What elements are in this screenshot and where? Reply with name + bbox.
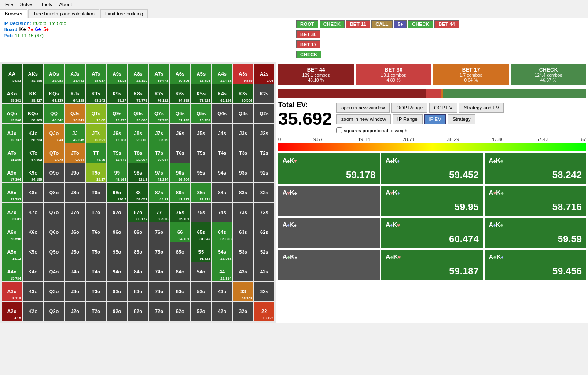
hand-card[interactable]: A♠K♣58.242 bbox=[485, 153, 586, 184]
path-btn-check2[interactable]: CHECK bbox=[408, 20, 433, 28]
grid-cell[interactable]: J6o bbox=[65, 222, 85, 242]
grid-cell[interactable]: J9s18.183 bbox=[107, 124, 127, 143]
grid-cell[interactable]: AKs85.596 bbox=[23, 64, 43, 84]
grid-cell[interactable]: K5o bbox=[23, 242, 43, 262]
path-btn-root[interactable]: ROOT bbox=[296, 20, 318, 28]
grid-cell[interactable]: 93s bbox=[233, 163, 253, 182]
grid-cell[interactable]: 84o bbox=[128, 262, 148, 281]
grid-cell[interactable]: A3o8.119 bbox=[2, 282, 22, 301]
grid-cell[interactable]: T8o bbox=[86, 183, 106, 202]
grid-cell[interactable]: K4o bbox=[23, 262, 43, 281]
grid-cell[interactable]: 96o bbox=[107, 222, 127, 242]
path-btn-bet44[interactable]: BET 44 bbox=[434, 20, 459, 28]
grid-cell[interactable]: T9s19.971 bbox=[107, 143, 127, 163]
grid-cell[interactable]: A7s39.473 bbox=[149, 64, 169, 84]
path-btn-check3[interactable]: CHECK bbox=[296, 51, 321, 58]
grid-cell[interactable]: T6s bbox=[170, 143, 190, 163]
hand-card[interactable]: A♥K♣58.716 bbox=[485, 186, 586, 216]
grid-cell[interactable]: Q3o bbox=[44, 282, 64, 301]
btn-ip-ev[interactable]: IP EV bbox=[424, 114, 446, 124]
grid-cell[interactable]: J5s bbox=[191, 124, 211, 143]
grid-cell[interactable]: 73s bbox=[233, 203, 253, 222]
grid-cell[interactable]: J8s26.806 bbox=[128, 124, 148, 143]
grid-cell[interactable]: 53o bbox=[191, 282, 211, 301]
grid-cell[interactable]: J3s bbox=[233, 124, 253, 143]
grid-cell[interactable]: Q5s18.155 bbox=[191, 104, 211, 123]
grid-cell[interactable]: K4s62.196 bbox=[212, 84, 232, 103]
grid-cell[interactable]: 74s bbox=[212, 203, 232, 222]
grid-cell[interactable]: 86o bbox=[128, 222, 148, 242]
grid-cell[interactable]: 97s41.244 bbox=[149, 163, 169, 182]
grid-cell[interactable]: 92o bbox=[107, 302, 127, 321]
grid-cell[interactable]: T4s bbox=[212, 143, 232, 163]
grid-cell[interactable]: 85s32.311 bbox=[191, 183, 211, 202]
grid-cell[interactable]: KQo58.383 bbox=[23, 104, 43, 123]
hand-card[interactable]: A♠K♥59.178 bbox=[278, 153, 380, 184]
hand-card[interactable]: A♦K♣59.59 bbox=[485, 218, 586, 248]
hand-card[interactable]: A♥K♠ bbox=[278, 186, 380, 216]
btn-oop-ev[interactable]: OOP EV bbox=[429, 103, 457, 113]
grid-cell[interactable]: 32s bbox=[254, 282, 274, 301]
grid-cell[interactable]: A5o16.12 bbox=[2, 242, 22, 262]
grid-cell[interactable]: Q2o bbox=[44, 302, 64, 321]
grid-cell[interactable]: 65s81.646 bbox=[191, 222, 211, 242]
grid-cell[interactable]: K9o84.199 bbox=[23, 163, 43, 182]
grid-cell[interactable]: J3o bbox=[65, 282, 85, 301]
grid-cell[interactable]: 64o bbox=[170, 262, 190, 281]
grid-cell[interactable]: T3s bbox=[233, 143, 253, 163]
grid-cell[interactable]: QJo7.43 bbox=[44, 124, 64, 143]
grid-cell[interactable]: 64s35.393 bbox=[212, 222, 232, 242]
grid-cell[interactable]: KQs64.135 bbox=[44, 84, 64, 103]
grid-cell[interactable]: AJo12.737 bbox=[2, 124, 22, 143]
grid-cell[interactable]: AA59.83 bbox=[2, 64, 22, 84]
grid-cell[interactable]: J2o bbox=[65, 302, 85, 321]
grid-cell[interactable]: A2s5.08 bbox=[254, 64, 274, 84]
grid-cell[interactable]: 62o bbox=[170, 302, 190, 321]
grid-cell[interactable]: Q9s18.377 bbox=[107, 104, 127, 123]
grid-cell[interactable]: 72o bbox=[149, 302, 169, 321]
grid-cell[interactable]: 87s45.81 bbox=[149, 183, 169, 202]
grid-cell[interactable]: 6634.131 bbox=[170, 222, 190, 242]
weight-checkbox[interactable] bbox=[336, 127, 342, 133]
menu-tools[interactable]: Tools bbox=[37, 1, 56, 8]
menu-file[interactable]: File bbox=[2, 1, 17, 8]
grid-cell[interactable]: T7o bbox=[86, 203, 106, 222]
grid-cell[interactable]: 98o120.7 bbox=[107, 183, 127, 202]
grid-cell[interactable]: 8857.053 bbox=[128, 183, 148, 202]
grid-cell[interactable]: 73o bbox=[149, 282, 169, 301]
grid-cell[interactable]: K8s71.779 bbox=[128, 84, 148, 103]
grid-cell[interactable]: ATs18.037 bbox=[86, 64, 106, 84]
grid-cell[interactable]: A4o15.784 bbox=[2, 262, 22, 281]
grid-cell[interactable]: Q4o bbox=[44, 262, 64, 281]
grid-cell[interactable]: 93o bbox=[107, 282, 127, 301]
grid-cell[interactable]: A3s9.889 bbox=[233, 64, 253, 84]
grid-cell[interactable]: AKo59.361 bbox=[2, 84, 22, 103]
grid-cell[interactable]: Q8o bbox=[44, 183, 64, 202]
grid-cell[interactable]: 52o bbox=[191, 302, 211, 321]
hand-card[interactable]: A♣K♥59.187 bbox=[381, 250, 483, 280]
grid-cell[interactable]: J6s bbox=[170, 124, 190, 143]
grid-cell[interactable]: Q3s bbox=[233, 104, 253, 123]
grid-cell[interactable]: KK89.427 bbox=[23, 84, 43, 103]
grid-cell[interactable]: T7s36.037 bbox=[149, 143, 169, 163]
grid-cell[interactable]: J2s bbox=[254, 124, 274, 143]
grid-cell[interactable]: KJs64.198 bbox=[65, 84, 85, 103]
grid-cell[interactable]: 76o bbox=[149, 222, 169, 242]
grid-cell[interactable]: 82s bbox=[254, 183, 274, 202]
grid-cell[interactable]: Q7o bbox=[44, 203, 64, 222]
btn-zoom-new-window[interactable]: zoom in new window bbox=[336, 114, 391, 124]
hand-card[interactable]: A♦K♠ bbox=[278, 218, 380, 248]
grid-cell[interactable]: 84s bbox=[212, 183, 232, 202]
grid-cell[interactable]: T4o bbox=[86, 262, 106, 281]
grid-cell[interactable]: 52s bbox=[254, 242, 274, 262]
grid-cell[interactable]: 74o bbox=[149, 262, 169, 281]
hand-card[interactable]: A♣K♦59.456 bbox=[485, 250, 586, 280]
grid-cell[interactable]: T5o bbox=[86, 242, 106, 262]
grid-cell[interactable]: A8s29.155 bbox=[128, 64, 148, 84]
tab-browser[interactable]: Browser bbox=[0, 9, 27, 18]
grid-cell[interactable]: QTo6.073 bbox=[44, 143, 64, 163]
grid-cell[interactable]: 75o bbox=[149, 242, 169, 262]
grid-cell[interactable]: A8o22.792 bbox=[2, 183, 22, 202]
grid-cell[interactable]: 76s65.101 bbox=[170, 203, 190, 222]
grid-cell[interactable]: 2213.122 bbox=[254, 302, 274, 321]
